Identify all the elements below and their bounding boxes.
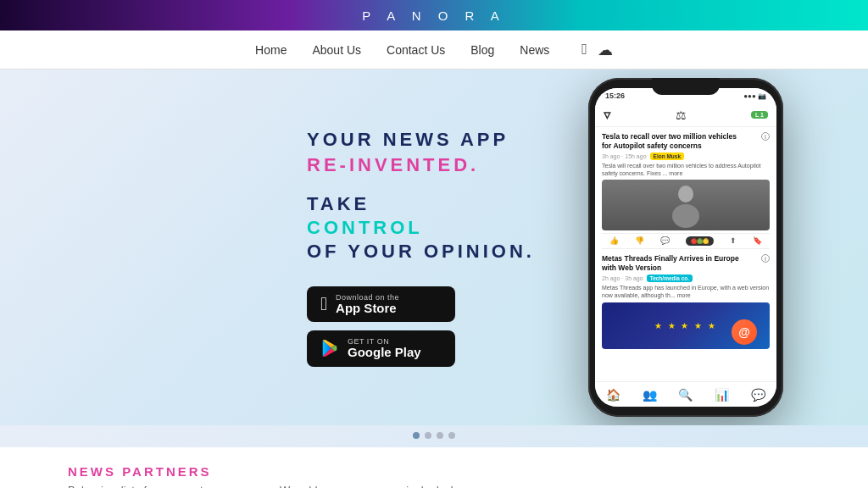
- hero-line1: YOUR NEWS APP: [307, 129, 612, 151]
- nav-contact[interactable]: Contact Us: [387, 43, 445, 57]
- cloud-icon[interactable]: ☁: [598, 41, 613, 59]
- phone-news-feed: Tesla to recall over two million vehicle…: [595, 127, 776, 359]
- phone-nav-search[interactable]: 🔍: [678, 388, 693, 402]
- phone-bottom-nav: 🏠 👥 🔍 📊 💬: [595, 381, 776, 407]
- news-tag-1: Elon Musk: [650, 152, 685, 160]
- news-title-1: Tesla to recall over two million vehicle…: [602, 132, 770, 151]
- phone-level-badge: L 1: [751, 111, 768, 119]
- dot-2[interactable]: [425, 432, 431, 439]
- phone-nav-message[interactable]: 💬: [751, 388, 765, 402]
- news-meta-2: 2h ago · 3h ago Tech/media co.: [602, 274, 770, 282]
- phone-nav-home[interactable]: 🏠: [606, 388, 620, 402]
- google-play-text: GET IT ON Google Play: [348, 337, 421, 360]
- info-icon-2: i: [761, 254, 770, 263]
- news-item-2: Metas Threads Finally Arrives in Europe …: [602, 254, 770, 348]
- news-image-1: [602, 180, 770, 230]
- news-image-face: [602, 180, 770, 230]
- news-desc-1: Tesla will recall over two million vehic…: [602, 162, 770, 177]
- phone-screen: 15:26 ●●● 📷 ▿ ⚖ L 1 Tesla to recall over…: [595, 88, 776, 407]
- hero-line4: CONTROL: [307, 217, 612, 239]
- nav-news[interactable]: News: [520, 43, 549, 57]
- reactions-badge: 🔴🟢🟡: [686, 236, 714, 246]
- eu-stars: ★ ★ ★ ★ ★: [654, 321, 717, 330]
- news-image-2: ★ ★ ★ ★ ★ @: [602, 302, 770, 349]
- news-title-2: Metas Threads Finally Arrives in Europe …: [602, 254, 770, 273]
- pagination-dots: [0, 425, 868, 447]
- comment-icon[interactable]: 💬: [660, 236, 670, 246]
- dot-1[interactable]: [413, 432, 420, 439]
- nav-blog[interactable]: Blog: [470, 43, 494, 57]
- phone-balance-icon: ⚖: [676, 108, 687, 122]
- dot-3[interactable]: [437, 432, 443, 439]
- nav-icons:  ☁: [581, 41, 613, 59]
- svg-point-1: [672, 204, 699, 228]
- bookmark-icon[interactable]: 🔖: [753, 236, 762, 246]
- phone-signal: ●●● 📷: [743, 92, 766, 100]
- news-tag-2: Tech/media co.: [647, 274, 693, 282]
- news-partners-section: NEWS PARTNERS Below is a list of our cur…: [0, 447, 868, 488]
- phone-app-logo: ▿: [604, 107, 610, 123]
- main-nav: Home About Us Contact Us Blog News  ☁: [0, 30, 868, 69]
- apple-icon[interactable]: : [581, 41, 587, 58]
- news-actions-1: 👍 👎 💬 🔴🟢🟡 ⬆ 🔖: [602, 233, 770, 249]
- info-icon-1: i: [761, 132, 770, 141]
- apple-store-icon: : [320, 293, 327, 315]
- site-title: P A N O R A: [362, 8, 505, 23]
- news-partners-desc: Below is a list of our current news sour…: [68, 484, 800, 488]
- top-bar: P A N O R A: [0, 0, 868, 30]
- news-partners-title: NEWS PARTNERS: [68, 464, 800, 479]
- news-meta-1: 3h ago · 15h ago Elon Musk: [602, 152, 770, 160]
- nav-home[interactable]: Home: [255, 43, 287, 57]
- app-store-text: Download on the App Store: [336, 293, 399, 316]
- hero-line5: OF YOUR OPINION.: [307, 241, 612, 263]
- app-store-label: Download on the: [336, 293, 399, 302]
- phone-frame: 15:26 ●●● 📷 ▿ ⚖ L 1 Tesla to recall over…: [588, 78, 783, 417]
- hero-line3: TAKE: [307, 193, 612, 215]
- google-play-name: Google Play: [348, 346, 421, 360]
- hero-section: YOUR NEWS APP RE-INVENTED. TAKE CONTROL …: [0, 69, 868, 425]
- dot-4[interactable]: [448, 432, 455, 439]
- phone-mockup: 15:26 ●●● 📷 ▿ ⚖ L 1 Tesla to recall over…: [588, 78, 783, 417]
- app-store-button[interactable]:  Download on the App Store: [307, 286, 455, 323]
- google-play-icon: [320, 339, 339, 358]
- news-desc-2: Metas Threads app has launched in Europe…: [602, 284, 770, 299]
- google-play-button[interactable]: GET IT ON Google Play: [307, 330, 455, 367]
- phone-nav-people[interactable]: 👥: [643, 388, 657, 402]
- store-buttons:  Download on the App Store: [307, 286, 612, 367]
- hero-text: YOUR NEWS APP RE-INVENTED. TAKE CONTROL …: [256, 129, 612, 367]
- threads-logo: @: [732, 319, 757, 345]
- phone-nav-chart[interactable]: 📊: [715, 388, 729, 402]
- phone-time: 15:26: [605, 92, 625, 100]
- dislike-icon[interactable]: 👎: [635, 236, 644, 246]
- app-store-name: App Store: [336, 302, 399, 316]
- news-item-1: Tesla to recall over two million vehicle…: [602, 132, 770, 249]
- share-icon[interactable]: ⬆: [730, 236, 737, 246]
- phone-notch: [652, 78, 720, 95]
- nav-about[interactable]: About Us: [312, 43, 361, 57]
- svg-point-0: [678, 186, 693, 202]
- hero-line2: RE-INVENTED.: [307, 154, 612, 176]
- phone-app-header: ▿ ⚖ L 1: [595, 103, 776, 127]
